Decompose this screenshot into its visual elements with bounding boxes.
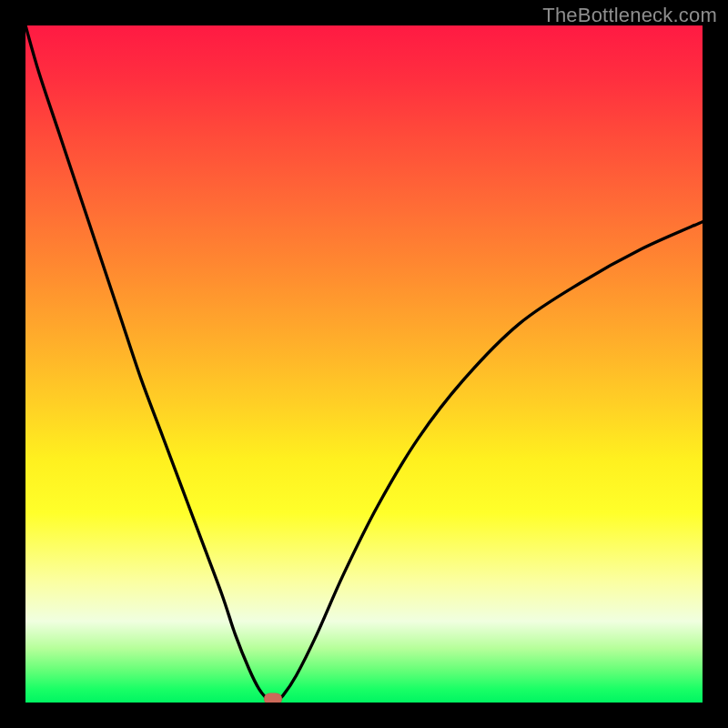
bottleneck-curve: [25, 25, 703, 702]
chart-stage: TheBottleneck.com: [0, 0, 728, 728]
curve-svg: [25, 25, 703, 703]
watermark-text: TheBottleneck.com: [542, 4, 717, 27]
plot-area: [25, 25, 703, 703]
optimal-point-marker: [264, 693, 282, 703]
